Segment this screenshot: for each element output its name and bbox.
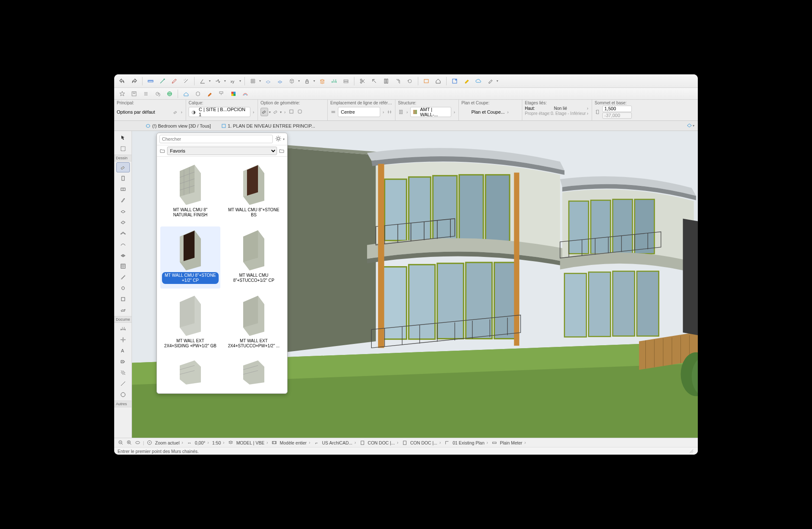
angle-icon[interactable] <box>198 76 207 86</box>
tab-3d-view[interactable]: (!) Bedroom view [3D / Tous] <box>142 122 214 130</box>
star-icon[interactable] <box>118 89 127 98</box>
grid-icon[interactable] <box>248 76 258 86</box>
geom1-icon[interactable] <box>261 108 268 116</box>
stack-icon[interactable] <box>141 89 151 98</box>
meter-status[interactable]: Plain Meter› <box>500 440 527 445</box>
modele-status[interactable]: Modèle entier› <box>280 440 311 445</box>
palette-item[interactable]: MT WALL CMU 8" NATURAL FINISH <box>160 161 220 223</box>
pencil-icon[interactable] <box>170 76 179 86</box>
beam-tool-icon[interactable] <box>116 217 130 227</box>
snap-icon[interactable] <box>213 76 222 86</box>
label-tool-icon[interactable]: A1 <box>116 357 130 367</box>
favorites-select[interactable]: Favoris <box>167 147 277 155</box>
plan-s-icon[interactable] <box>444 440 450 446</box>
nav-icon[interactable]: ↔ <box>187 440 192 446</box>
brush-icon[interactable] <box>205 89 214 98</box>
tab-plan[interactable]: 1. PLAN DE NIVEAU ENTREE PRINCIP... <box>218 122 318 130</box>
zoom-out-icon[interactable] <box>118 440 123 446</box>
shell-tool-icon[interactable] <box>116 239 130 249</box>
model-status[interactable]: MODEL | VBE› <box>236 440 269 445</box>
doc-icon[interactable] <box>359 440 365 446</box>
geom3-icon[interactable] <box>288 108 295 116</box>
circle-tool-icon[interactable] <box>116 390 130 400</box>
struct-icon[interactable] <box>398 109 404 115</box>
angle-status[interactable]: 0,00°› <box>195 440 210 445</box>
gear-icon[interactable] <box>274 135 282 143</box>
slab-tool-icon[interactable] <box>116 206 130 216</box>
prop-structure-value[interactable]: AMT | WALL-... <box>410 107 451 117</box>
arrow-nw-icon[interactable] <box>370 76 379 86</box>
arrow-tool-icon[interactable] <box>116 133 130 143</box>
meter-icon[interactable] <box>491 440 497 446</box>
redo-icon[interactable] <box>129 76 139 86</box>
layers-icon[interactable] <box>318 76 327 86</box>
palette-item[interactable]: MT WALL EXT 2X4+SIDING +PW+1/2" GB <box>160 292 220 354</box>
roof-tool-icon[interactable] <box>116 228 130 238</box>
morph-tool-icon[interactable] <box>116 305 130 315</box>
palette-item[interactable]: MT WALL CMU 8"+STUCCO+1/2" CP <box>224 226 284 289</box>
favorites-icon[interactable] <box>129 89 139 98</box>
ruler-icon[interactable] <box>146 76 155 86</box>
lock-icon[interactable] <box>302 76 312 86</box>
marquee-tool-icon[interactable] <box>116 144 130 154</box>
window-icon[interactable] <box>422 76 431 86</box>
window-tool-icon[interactable] <box>116 184 130 194</box>
dimension-tool-icon[interactable]: 1.2 <box>116 324 130 334</box>
door-tool-icon[interactable] <box>116 173 130 183</box>
sommet-top-input[interactable] <box>602 106 632 112</box>
palette-search-input[interactable] <box>159 135 273 143</box>
new-folder-icon[interactable] <box>279 148 285 154</box>
plan-status[interactable]: 01 Existing Plan› <box>453 440 489 445</box>
prop-principal-value[interactable]: Options par défaut <box>117 109 171 115</box>
doc2-icon[interactable] <box>402 440 408 446</box>
zoom-fit-icon[interactable] <box>134 440 140 446</box>
undo-icon[interactable] <box>118 76 127 86</box>
level-tool-icon[interactable] <box>116 335 130 345</box>
palette-item[interactable] <box>160 357 220 389</box>
palette-item[interactable] <box>224 357 284 389</box>
object-tool-icon[interactable] <box>116 283 130 293</box>
con2-status[interactable]: CON DOC |...› <box>410 440 442 445</box>
cube-icon[interactable] <box>287 76 296 86</box>
canvas-3d-view[interactable]: ▾ Favoris MT WALL CMU 8" NATURAL FINISH … <box>132 131 698 438</box>
lib-icon[interactable]: ⌐ <box>313 440 319 446</box>
line-tool-icon[interactable] <box>116 379 130 389</box>
plane2-icon[interactable] <box>275 76 285 86</box>
wall-tool-icon[interactable] <box>116 162 130 172</box>
lib-status[interactable]: US ArchiCAD...› <box>322 440 357 445</box>
xy-icon[interactable]: xy <box>228 76 238 86</box>
measure-icon[interactable] <box>158 76 167 86</box>
flip-icon[interactable] <box>387 109 392 115</box>
zoom-status[interactable]: Zoom actuel› <box>155 440 184 445</box>
con1-status[interactable]: CON DOC |...› <box>368 440 399 445</box>
rainbow-icon[interactable] <box>241 89 250 98</box>
chevron-right-icon[interactable]: › <box>180 110 183 115</box>
wand-icon[interactable] <box>181 76 191 86</box>
zone-tool-icon[interactable] <box>116 294 130 304</box>
mesh-tool-icon[interactable] <box>116 250 130 260</box>
fill-tool-icon[interactable] <box>116 368 130 378</box>
chevron-right-icon[interactable]: › <box>252 110 255 115</box>
geom2-icon[interactable] <box>272 108 279 116</box>
box-icon[interactable] <box>193 89 203 98</box>
home-view-icon[interactable] <box>147 440 153 446</box>
rotate-icon[interactable] <box>405 76 414 86</box>
wall-icon[interactable] <box>173 109 178 115</box>
prop-plancoupe-value[interactable]: Plan et Coupe... <box>471 109 505 115</box>
layers-s-icon[interactable] <box>228 440 234 446</box>
plane-icon[interactable] <box>263 76 273 86</box>
view3d-toggle-icon[interactable] <box>686 122 693 130</box>
home-icon[interactable] <box>433 76 443 86</box>
materials-icon[interactable] <box>229 89 238 98</box>
dimension-icon[interactable]: 1:2 <box>329 76 339 86</box>
text-tool-icon[interactable]: A <box>116 346 130 356</box>
etage-haut-value[interactable]: Non lié <box>554 106 567 111</box>
ref-icon[interactable] <box>330 109 336 115</box>
column-icon[interactable] <box>381 76 391 86</box>
edit-icon[interactable] <box>450 76 459 86</box>
column-tool-icon[interactable] <box>116 195 130 205</box>
curtain-tool-icon[interactable] <box>116 261 130 271</box>
palette-item[interactable]: MT WALL CMU 8"+STONE BS <box>224 161 284 223</box>
cloud-icon[interactable] <box>474 76 483 86</box>
geom4-icon[interactable] <box>296 108 303 116</box>
